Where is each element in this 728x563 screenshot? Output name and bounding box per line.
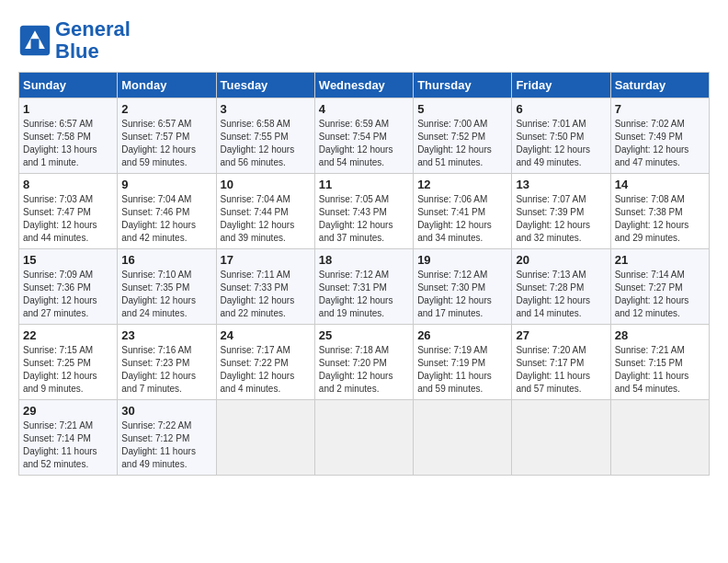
day-info: Sunrise: 7:14 AM Sunset: 7:27 PM Dayligh…: [615, 269, 705, 320]
day-number: 2: [121, 102, 211, 116]
day-number: 28: [615, 328, 705, 342]
day-info: Sunrise: 7:12 AM Sunset: 7:30 PM Dayligh…: [417, 269, 507, 320]
logo: General Blue: [18, 18, 131, 63]
calendar-body: 1Sunrise: 6:57 AM Sunset: 7:58 PM Daylig…: [19, 98, 710, 476]
day-info: Sunrise: 7:20 AM Sunset: 7:17 PM Dayligh…: [516, 344, 606, 396]
day-cell: 1Sunrise: 6:57 AM Sunset: 7:58 PM Daylig…: [19, 98, 118, 174]
day-number: 30: [121, 404, 211, 418]
day-info: Sunrise: 7:22 AM Sunset: 7:12 PM Dayligh…: [121, 419, 211, 471]
day-number: 4: [319, 102, 409, 116]
day-info: Sunrise: 7:06 AM Sunset: 7:41 PM Dayligh…: [417, 193, 507, 245]
day-cell: 4Sunrise: 6:59 AM Sunset: 7:54 PM Daylig…: [314, 98, 413, 174]
day-info: Sunrise: 7:12 AM Sunset: 7:31 PM Dayligh…: [319, 269, 409, 320]
calendar-table: SundayMondayTuesdayWednesdayThursdayFrid…: [18, 72, 710, 476]
day-number: 18: [319, 253, 409, 267]
day-number: 13: [516, 178, 606, 191]
day-info: Sunrise: 6:58 AM Sunset: 7:55 PM Dayligh…: [221, 118, 311, 169]
day-cell: 14Sunrise: 7:08 AM Sunset: 7:38 PM Dayli…: [610, 174, 709, 249]
day-number: 10: [221, 178, 311, 191]
day-cell: [512, 400, 610, 476]
day-number: 27: [516, 328, 606, 342]
day-info: Sunrise: 7:10 AM Sunset: 7:35 PM Dayligh…: [121, 269, 211, 320]
day-cell: 5Sunrise: 7:00 AM Sunset: 7:52 PM Daylig…: [414, 98, 512, 174]
day-cell: 21Sunrise: 7:14 AM Sunset: 7:27 PM Dayli…: [610, 249, 709, 325]
day-info: Sunrise: 7:19 AM Sunset: 7:19 PM Dayligh…: [417, 344, 507, 396]
day-info: Sunrise: 7:07 AM Sunset: 7:39 PM Dayligh…: [516, 193, 606, 245]
day-cell: 30Sunrise: 7:22 AM Sunset: 7:12 PM Dayli…: [118, 400, 216, 476]
day-number: 29: [23, 404, 113, 418]
day-number: 11: [319, 178, 409, 191]
day-cell: 15Sunrise: 7:09 AM Sunset: 7:36 PM Dayli…: [19, 249, 118, 325]
svg-rect-2: [31, 39, 40, 49]
day-info: Sunrise: 6:57 AM Sunset: 7:58 PM Dayligh…: [23, 118, 113, 169]
day-cell: 6Sunrise: 7:01 AM Sunset: 7:50 PM Daylig…: [512, 98, 610, 174]
day-info: Sunrise: 7:13 AM Sunset: 7:28 PM Dayligh…: [516, 269, 606, 320]
day-info: Sunrise: 7:18 AM Sunset: 7:20 PM Dayligh…: [319, 344, 409, 396]
day-cell: 19Sunrise: 7:12 AM Sunset: 7:30 PM Dayli…: [414, 249, 512, 325]
column-header-tuesday: Tuesday: [216, 73, 314, 98]
day-cell: 10Sunrise: 7:04 AM Sunset: 7:44 PM Dayli…: [216, 174, 314, 249]
day-info: Sunrise: 7:05 AM Sunset: 7:43 PM Dayligh…: [319, 193, 409, 245]
day-cell: 17Sunrise: 7:11 AM Sunset: 7:33 PM Dayli…: [216, 249, 314, 325]
column-header-sunday: Sunday: [19, 73, 118, 98]
day-info: Sunrise: 7:01 AM Sunset: 7:50 PM Dayligh…: [516, 118, 606, 169]
day-cell: 12Sunrise: 7:06 AM Sunset: 7:41 PM Dayli…: [414, 174, 512, 249]
day-number: 25: [319, 328, 409, 342]
day-cell: 9Sunrise: 7:04 AM Sunset: 7:46 PM Daylig…: [118, 174, 216, 249]
week-row-4: 22Sunrise: 7:15 AM Sunset: 7:25 PM Dayli…: [19, 325, 710, 400]
day-cell: 26Sunrise: 7:19 AM Sunset: 7:19 PM Dayli…: [414, 325, 512, 400]
day-info: Sunrise: 7:15 AM Sunset: 7:25 PM Dayligh…: [23, 344, 113, 396]
day-cell: 28Sunrise: 7:21 AM Sunset: 7:15 PM Dayli…: [610, 325, 709, 400]
day-info: Sunrise: 7:00 AM Sunset: 7:52 PM Dayligh…: [417, 118, 507, 169]
day-number: 14: [615, 178, 705, 191]
day-number: 8: [23, 178, 113, 191]
day-cell: [610, 400, 709, 476]
day-info: Sunrise: 7:09 AM Sunset: 7:36 PM Dayligh…: [23, 269, 113, 320]
day-info: Sunrise: 7:04 AM Sunset: 7:46 PM Dayligh…: [121, 193, 211, 245]
day-number: 12: [417, 178, 507, 191]
logo-icon: [18, 24, 51, 57]
week-row-5: 29Sunrise: 7:21 AM Sunset: 7:14 PM Dayli…: [19, 400, 710, 476]
column-header-monday: Monday: [118, 73, 216, 98]
day-info: Sunrise: 7:08 AM Sunset: 7:38 PM Dayligh…: [615, 193, 705, 245]
column-header-wednesday: Wednesday: [314, 73, 413, 98]
day-info: Sunrise: 7:03 AM Sunset: 7:47 PM Dayligh…: [23, 193, 113, 245]
day-info: Sunrise: 7:04 AM Sunset: 7:44 PM Dayligh…: [221, 193, 311, 245]
day-cell: 2Sunrise: 6:57 AM Sunset: 7:57 PM Daylig…: [118, 98, 216, 174]
day-number: 6: [516, 102, 606, 116]
day-cell: 7Sunrise: 7:02 AM Sunset: 7:49 PM Daylig…: [610, 98, 709, 174]
day-cell: 11Sunrise: 7:05 AM Sunset: 7:43 PM Dayli…: [314, 174, 413, 249]
day-number: 7: [615, 102, 705, 116]
day-info: Sunrise: 7:02 AM Sunset: 7:49 PM Dayligh…: [615, 118, 705, 169]
day-info: Sunrise: 6:59 AM Sunset: 7:54 PM Dayligh…: [319, 118, 409, 169]
day-cell: 3Sunrise: 6:58 AM Sunset: 7:55 PM Daylig…: [216, 98, 314, 174]
day-info: Sunrise: 7:16 AM Sunset: 7:23 PM Dayligh…: [121, 344, 211, 396]
day-info: Sunrise: 6:57 AM Sunset: 7:57 PM Dayligh…: [121, 118, 211, 169]
day-cell: 16Sunrise: 7:10 AM Sunset: 7:35 PM Dayli…: [118, 249, 216, 325]
day-cell: 18Sunrise: 7:12 AM Sunset: 7:31 PM Dayli…: [314, 249, 413, 325]
day-cell: 20Sunrise: 7:13 AM Sunset: 7:28 PM Dayli…: [512, 249, 610, 325]
day-info: Sunrise: 7:11 AM Sunset: 7:33 PM Dayligh…: [221, 269, 311, 320]
day-cell: 22Sunrise: 7:15 AM Sunset: 7:25 PM Dayli…: [19, 325, 118, 400]
day-number: 9: [121, 178, 211, 191]
day-number: 22: [23, 328, 113, 342]
logo-text: General: [55, 18, 131, 40]
page-header: General Blue: [18, 18, 710, 63]
column-header-saturday: Saturday: [610, 73, 709, 98]
day-number: 23: [121, 328, 211, 342]
day-info: Sunrise: 7:17 AM Sunset: 7:22 PM Dayligh…: [221, 344, 311, 396]
column-header-friday: Friday: [512, 73, 610, 98]
day-cell: 27Sunrise: 7:20 AM Sunset: 7:17 PM Dayli…: [512, 325, 610, 400]
week-row-1: 1Sunrise: 6:57 AM Sunset: 7:58 PM Daylig…: [19, 98, 710, 174]
day-number: 21: [615, 253, 705, 267]
column-header-thursday: Thursday: [414, 73, 512, 98]
day-cell: 25Sunrise: 7:18 AM Sunset: 7:20 PM Dayli…: [314, 325, 413, 400]
day-number: 20: [516, 253, 606, 267]
day-cell: 29Sunrise: 7:21 AM Sunset: 7:14 PM Dayli…: [19, 400, 118, 476]
day-number: 5: [417, 102, 507, 116]
day-number: 17: [221, 253, 311, 267]
day-cell: 8Sunrise: 7:03 AM Sunset: 7:47 PM Daylig…: [19, 174, 118, 249]
week-row-3: 15Sunrise: 7:09 AM Sunset: 7:36 PM Dayli…: [19, 249, 710, 325]
day-cell: 23Sunrise: 7:16 AM Sunset: 7:23 PM Dayli…: [118, 325, 216, 400]
day-info: Sunrise: 7:21 AM Sunset: 7:15 PM Dayligh…: [615, 344, 705, 396]
